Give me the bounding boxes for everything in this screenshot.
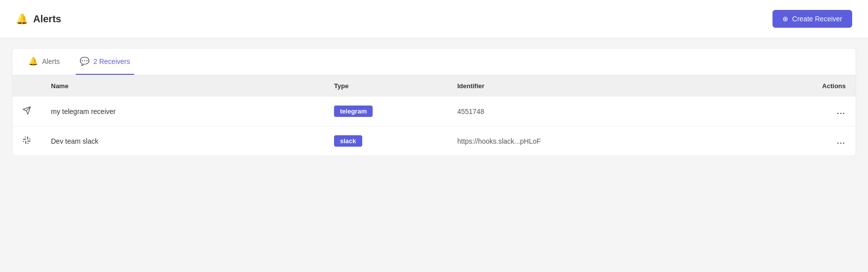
- type-cell: telegram: [324, 97, 447, 126]
- table-row: Dev team slack slack https://hooks.slack…: [12, 126, 856, 156]
- slack-icon: [22, 136, 31, 145]
- identifier-value: https://hooks.slack...pHLoF: [457, 137, 541, 145]
- table-body: my telegram receiver telegram 4551748 ..…: [12, 97, 856, 156]
- receivers-tab-icon: 💬: [80, 56, 90, 66]
- identifier-cell: 4551748: [447, 97, 757, 126]
- alerts-tab-icon: 🔔: [28, 56, 38, 66]
- tab-alerts[interactable]: 🔔 Alerts: [24, 49, 64, 75]
- row-actions-cell[interactable]: ...: [757, 97, 856, 126]
- telegram-type-badge: telegram: [334, 106, 373, 117]
- create-receiver-label: Create Receiver: [792, 15, 842, 23]
- page-header: 🔔 Alerts ⊕ Create Receiver: [0, 0, 868, 38]
- page-title: Alerts: [33, 13, 61, 25]
- slack-row-icon-cell: [12, 126, 41, 156]
- header-left: 🔔 Alerts: [16, 13, 61, 25]
- alerts-tab-label: Alerts: [42, 57, 60, 65]
- table-row: my telegram receiver telegram 4551748 ..…: [12, 97, 856, 126]
- telegram-icon: [22, 106, 31, 115]
- tab-receivers[interactable]: 💬 2 Receivers: [76, 49, 134, 75]
- col-type-header: Type: [324, 75, 447, 97]
- type-cell: slack: [324, 126, 447, 156]
- identifier-cell: https://hooks.slack...pHLoF: [447, 126, 757, 156]
- main-content: 🔔 Alerts 💬 2 Receivers Name Type Identif…: [12, 48, 856, 156]
- receiver-name-cell: my telegram receiver: [41, 97, 324, 126]
- row-actions-cell[interactable]: ...: [757, 126, 856, 156]
- telegram-row-icon-cell: [12, 97, 41, 126]
- identifier-value: 4551748: [457, 108, 484, 115]
- more-actions-button[interactable]: ...: [837, 137, 846, 145]
- receiver-name-cell: Dev team slack: [41, 126, 324, 156]
- receivers-tab-label: 2 Receivers: [94, 57, 130, 65]
- more-actions-button[interactable]: ...: [837, 108, 846, 115]
- tabs-container: 🔔 Alerts 💬 2 Receivers: [12, 49, 856, 75]
- table-header: Name Type Identifier Actions: [12, 75, 856, 97]
- slack-type-badge: slack: [334, 135, 362, 147]
- receiver-name: Dev team slack: [51, 137, 98, 145]
- receiver-name: my telegram receiver: [51, 108, 116, 115]
- bell-icon: 🔔: [16, 13, 28, 25]
- receivers-table: Name Type Identifier Actions my telegram…: [12, 75, 856, 156]
- plus-circle-icon: ⊕: [782, 15, 788, 23]
- create-receiver-button[interactable]: ⊕ Create Receiver: [772, 10, 852, 28]
- col-icon-header: [12, 75, 41, 97]
- col-actions-header: Actions: [757, 75, 856, 97]
- col-name-header: Name: [41, 75, 324, 97]
- col-identifier-header: Identifier: [447, 75, 757, 97]
